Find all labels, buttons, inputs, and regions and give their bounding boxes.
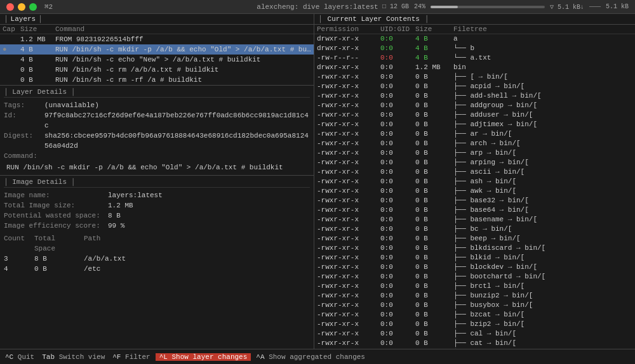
file-uid: 0:0 bbox=[380, 348, 415, 349]
file-row[interactable]: -rwxr-xr-x 0:0 0 B ├── adduser → bin/[ bbox=[314, 110, 635, 120]
file-row[interactable]: -rwxr-xr-x 0:0 0 B ├── cat → bin/[ bbox=[314, 339, 635, 348]
file-uid: 0:0 bbox=[380, 110, 415, 120]
file-tree: ├── base64 → bin/[ bbox=[453, 205, 632, 215]
file-row[interactable]: -rwxr-xr-x 0:0 0 B ├── brctl → bin/[ bbox=[314, 282, 635, 291]
file-row[interactable]: -rw-r--r-- 0:0 4 B └── a.txt bbox=[314, 53, 635, 63]
layer-row[interactable]: 0 B RUN /bin/sh -c rm /a/b/a.txt # build… bbox=[0, 65, 314, 75]
file-row[interactable]: -rwxr-xr-x 0:0 0 B ├── addgroup → bin/[ bbox=[314, 101, 635, 110]
file-tree: ├── ash → bin/[ bbox=[453, 177, 632, 186]
storage-right2: 5.1 kB bbox=[606, 3, 629, 10]
bottom-item[interactable]: ^L Show layer changes bbox=[156, 353, 251, 361]
efficiency-row: Image efficiency score: 99 % bbox=[4, 221, 310, 231]
layer-row[interactable]: 4 B RUN /bin/sh -c echo "New" > /a/b/a.t… bbox=[0, 55, 314, 65]
col-cmd: Command bbox=[55, 25, 311, 33]
image-name-row: Image name: layers:latest bbox=[4, 190, 310, 200]
bottom-item[interactable]: ^A Show aggregated changes bbox=[253, 353, 368, 361]
right-panel-header: │ Current Layer Contents │ bbox=[314, 14, 635, 25]
file-perm: -rwxr-xr-x bbox=[317, 339, 380, 348]
command-label-row: Command: bbox=[4, 151, 310, 161]
left-panel: │ Layers │ Cap Size Command 1.2 MB FROM … bbox=[0, 14, 314, 349]
file-row[interactable]: -rwxr-xr-x 0:0 0 B ├── blockdev → bin/[ bbox=[314, 263, 635, 272]
file-size: 0 B bbox=[415, 167, 453, 177]
file-row[interactable]: -rwxr-xr-x 0:0 0 B ├── busybox → bin/[ bbox=[314, 301, 635, 310]
layer-command: RUN /bin/sh -c rm -rf /a # buildkit bbox=[55, 75, 311, 85]
file-row[interactable]: -rwxr-xr-x 0:0 0 B ├── add-shell → bin/[ bbox=[314, 91, 635, 101]
file-row[interactable]: -rwxr-xr-x 0:0 0 B ├── blkdiscard → bin/… bbox=[314, 244, 635, 253]
file-size: 0 B bbox=[415, 301, 453, 310]
efficiency-value: 99 % bbox=[108, 221, 124, 231]
file-row[interactable]: -rwxr-xr-x 0:0 0 B ├── ash → bin/[ bbox=[314, 177, 635, 186]
file-row[interactable]: -rwxr-xr-x 0:0 0 B ├── ascii → bin/[ bbox=[314, 167, 635, 177]
file-row[interactable]: -rwxr-xr-x 0:0 0 B ├── acpid → bin/[ bbox=[314, 82, 635, 91]
layer-row[interactable]: ● 4 B RUN /bin/sh -c mkdir -p /a/b && ec… bbox=[0, 44, 314, 55]
file-perm: drwxr-xr-x bbox=[317, 34, 380, 44]
file-row[interactable]: -rwxr-xr-x 0:0 0 B ├── ar → bin/[ bbox=[314, 129, 635, 139]
file-row[interactable]: -rwxr-xr-x 0:0 0 B ├── arp → bin/[ bbox=[314, 148, 635, 158]
layer-row[interactable]: 0 B RUN /bin/sh -c rm -rf /a # buildkit bbox=[0, 75, 314, 85]
file-size: 0 B bbox=[415, 253, 453, 263]
file-row[interactable]: -rwxr-xr-x 0:0 0 B ├── arch → bin/[ bbox=[314, 139, 635, 148]
layer-size: 0 B bbox=[20, 75, 55, 85]
file-row[interactable]: -rwxr-xr-x 0:0 0 B ├── bc → bin/[ bbox=[314, 224, 635, 234]
total-size-label: Total Image size: bbox=[4, 200, 105, 211]
file-row[interactable]: -rwxr-xr-x 0:0 0 B ├── beep → bin/[ bbox=[314, 234, 635, 244]
file-row[interactable]: -rwxr-xr-x 0:0 0 B ├── awk → bin/[ bbox=[314, 186, 635, 196]
file-tree: ├── bzcat → bin/[ bbox=[453, 310, 632, 320]
file-size: 4 B bbox=[415, 34, 453, 44]
file-row[interactable]: -rwxr-xr-x 0:0 0 B ├── base32 → bin/[ bbox=[314, 196, 635, 205]
file-row[interactable]: -rwxr-xr-x 0:0 0 B ├── [ → bin/[ bbox=[314, 72, 635, 82]
image-name-label: Image name: bbox=[4, 190, 105, 200]
file-perm: -rwxr-xr-x bbox=[317, 320, 380, 329]
file-size: 0 B bbox=[415, 234, 453, 244]
file-perm: -rwxr-xr-x bbox=[317, 301, 380, 310]
file-row[interactable]: drwxr-xr-x 0:0 1.2 MB bin bbox=[314, 63, 635, 72]
bottom-item[interactable]: ^C Quit bbox=[3, 353, 37, 361]
file-tree: ├── brctl → bin/[ bbox=[453, 282, 632, 291]
wasted-space-row: Potential wasted space: 8 B bbox=[4, 211, 310, 221]
file-row[interactable]: -rwxr-xr-x 0:0 0 B ├── base64 → bin/[ bbox=[314, 205, 635, 215]
file-row[interactable]: -rwxr-xr-x 0:0 0 B ├── blkid → bin/[ bbox=[314, 253, 635, 263]
file-row[interactable]: -rwxr-xr-x 0:0 0 B ├── bzcat → bin/[ bbox=[314, 310, 635, 320]
file-table-body[interactable]: drwxr-xr-x 0:0 4 B a drwxr-xr-x 0:0 4 B … bbox=[314, 34, 635, 349]
progress-percent: 24% bbox=[414, 3, 425, 10]
file-row[interactable]: -rwxr-xr-x 0:0 0 B ├── chat → bin/[ bbox=[314, 348, 635, 349]
file-row[interactable]: -rwxr-xr-x 0:0 0 B ├── bunzip2 → bin/[ bbox=[314, 291, 635, 301]
file-tree: ├── addgroup → bin/[ bbox=[453, 101, 632, 110]
file-tree: bin bbox=[453, 63, 632, 72]
file-uid: 0:0 bbox=[380, 139, 415, 148]
maximize-button[interactable] bbox=[29, 3, 37, 11]
bottom-label: Show aggregated changes bbox=[269, 353, 365, 361]
minimize-button[interactable] bbox=[18, 3, 25, 11]
file-row[interactable]: -rwxr-xr-x 0:0 0 B ├── arping → bin/[ bbox=[314, 158, 635, 167]
file-row[interactable]: drwxr-xr-x 0:0 4 B └── b bbox=[314, 44, 635, 53]
file-uid: 0:0 bbox=[380, 44, 415, 53]
file-uid: 0:0 bbox=[380, 101, 415, 110]
file-uid: 0:0 bbox=[380, 301, 415, 310]
layer-row[interactable]: 1.2 MB FROM 982319226514bfff bbox=[0, 34, 314, 44]
file-row[interactable]: -rwxr-xr-x 0:0 0 B ├── basename → bin/[ bbox=[314, 215, 635, 224]
file-row[interactable]: -rwxr-xr-x 0:0 0 B ├── bootchartd → bin/… bbox=[314, 272, 635, 282]
file-row[interactable]: -rwxr-xr-x 0:0 0 B ├── cal → bin/[ bbox=[314, 329, 635, 339]
file-tree: ├── busybox → bin/[ bbox=[453, 301, 632, 310]
file-row[interactable]: drwxr-xr-x 0:0 4 B a bbox=[314, 34, 635, 44]
file-uid: 0:0 bbox=[380, 205, 415, 215]
bottom-item[interactable]: ^F Filter bbox=[110, 353, 152, 361]
uid-col-header: UID:GID bbox=[380, 25, 415, 33]
file-perm: -rwxr-xr-x bbox=[317, 234, 380, 244]
file-tree: ├── cal → bin/[ bbox=[453, 329, 632, 339]
progress-track bbox=[431, 6, 545, 8]
file-perm: -rwxr-xr-x bbox=[317, 148, 380, 158]
file-perm: -rwxr-xr-x bbox=[317, 272, 380, 282]
titlebar: ⌘2 alexcheng: dive layers:latest □ 12 GB… bbox=[0, 0, 635, 14]
bottom-item[interactable]: Tab Switch view bbox=[39, 353, 107, 361]
file-uid: 0:0 bbox=[380, 310, 415, 320]
file-row[interactable]: -rwxr-xr-x 0:0 0 B ├── adjtimex → bin/[ bbox=[314, 120, 635, 129]
file-uid: 0:0 bbox=[380, 263, 415, 272]
total-space-col-header: Total Space bbox=[34, 233, 79, 254]
image-name-value: layers:latest bbox=[108, 190, 163, 200]
file-size: 0 B bbox=[415, 177, 453, 186]
digest-label: Digest: bbox=[4, 131, 42, 151]
file-row[interactable]: -rwxr-xr-x 0:0 0 B ├── bzip2 → bin/[ bbox=[314, 320, 635, 329]
close-button[interactable] bbox=[6, 3, 14, 11]
layers-title: Layers bbox=[11, 15, 36, 23]
